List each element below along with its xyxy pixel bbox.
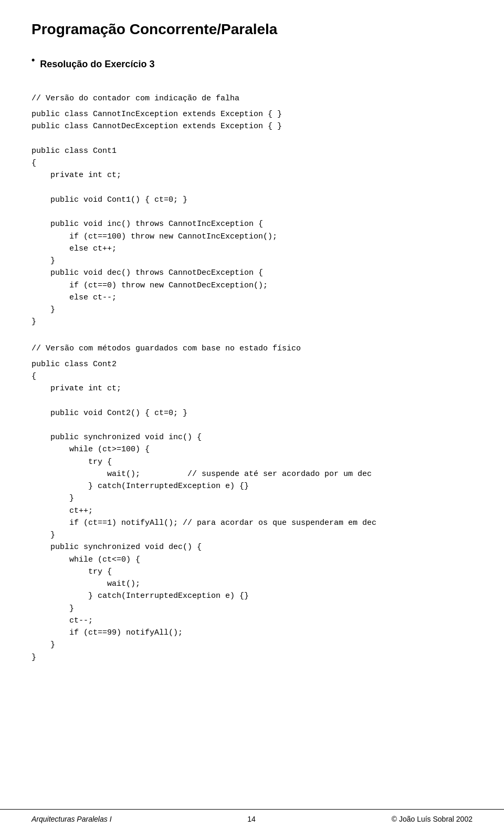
page-title: Programação Concorrente/Paralela [32, 21, 472, 38]
section2-comment: // Versão com métodos guardados com base… [32, 344, 472, 353]
footer-right: © João Luís Sobral 2002 [392, 815, 472, 823]
code-block-section1: public class CannotIncException extends … [32, 108, 472, 328]
footer-left: Arquitecturas Paralelas I [32, 815, 112, 823]
subtitle: Resolução do Exercício 3 [40, 59, 154, 70]
footer-center: 14 [247, 815, 256, 823]
footer: Arquitecturas Paralelas I 14 © João Luís… [0, 809, 504, 823]
code-block-section2: public class Cont2 { private int ct; pub… [32, 358, 472, 664]
bullet-icon: • [32, 55, 35, 66]
section1-comment: // Versão do contador com indicação de f… [32, 94, 472, 103]
